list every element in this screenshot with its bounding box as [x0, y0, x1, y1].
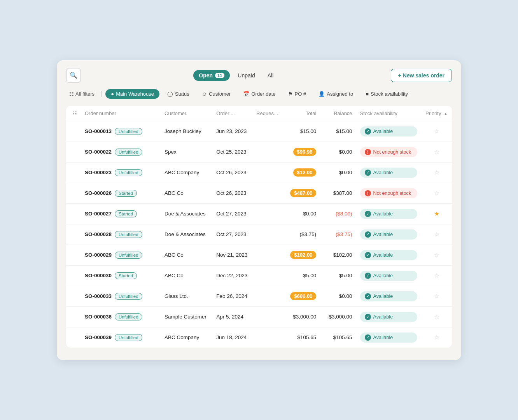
table-row[interactable]: SO-000023UnfulfilledABC CompanyOct 26, 2…	[66, 162, 452, 183]
priority-star[interactable]: ☆	[434, 252, 439, 258]
priority-star[interactable]: ☆	[434, 293, 439, 299]
warning-icon: !	[365, 190, 371, 196]
location-icon: ●	[111, 91, 114, 97]
all-filters-button[interactable]: ☷ All filters	[66, 89, 98, 98]
order-date-label: Order date	[251, 91, 275, 97]
tab-open[interactable]: Open 11	[193, 70, 230, 81]
priority-star[interactable]: ☆	[434, 190, 439, 196]
available-badge: ✓Available	[360, 168, 417, 178]
stock-cell: ✓Available	[356, 265, 421, 286]
customer-filter[interactable]: ☺ Customer	[197, 89, 236, 99]
available-badge: ✓Available	[360, 209, 417, 219]
order-number-cell: SO-000027Started	[81, 203, 161, 224]
col-stock[interactable]: Stock availability	[356, 106, 421, 121]
priority-star[interactable]: ☆	[434, 169, 439, 176]
main-warehouse-filter[interactable]: ● Main Warehouse	[105, 89, 159, 99]
customer-cell: Doe & Associates	[161, 224, 212, 245]
priority-cell: ☆	[421, 327, 452, 348]
available-label: Available	[373, 170, 393, 175]
col-customer[interactable]: Customer	[161, 106, 212, 121]
priority-star[interactable]: ☆	[434, 231, 439, 238]
order-date-filter[interactable]: 📅 Order date	[238, 89, 280, 99]
col-total[interactable]: Total	[284, 106, 320, 121]
priority-star[interactable]: ☆	[434, 313, 439, 320]
total-cell: $15.00	[284, 121, 320, 142]
request-date-cell	[252, 265, 284, 286]
col-priority[interactable]: Priority ▲	[421, 106, 452, 121]
priority-star[interactable]: ☆	[434, 272, 439, 279]
table-row[interactable]: SO-000039UnfulfilledABC CompanyJun 18, 2…	[66, 327, 452, 348]
stock-cell: ✓Available	[356, 203, 421, 224]
status-filter[interactable]: ◯ Status	[163, 89, 194, 99]
col-order-number[interactable]: Order number	[81, 106, 161, 121]
table-row[interactable]: SO-000029UnfulfilledABC CoNov 21, 2023$1…	[66, 245, 452, 265]
total-badge: $487.00	[290, 189, 316, 197]
order-id: SO-000036	[85, 314, 112, 320]
total-badge: $102.00	[290, 251, 316, 259]
warning-icon: !	[365, 149, 371, 155]
order-id: SO-000022	[85, 149, 112, 155]
status-badge: Started	[115, 272, 137, 279]
table-row[interactable]: SO-000027StartedDoe & AssociatesOct 27, …	[66, 203, 452, 224]
table-row[interactable]: SO-000026StartedABC CoOct 26, 2023$487.0…	[66, 183, 452, 203]
check-icon: ✓	[365, 334, 371, 341]
not-enough-badge: !Not enough stock	[360, 188, 417, 198]
customer-cell: ABC Company	[161, 162, 212, 183]
assigned-to-filter[interactable]: 👤 Assigned to	[314, 89, 358, 99]
total-badge: $99.98	[293, 148, 317, 156]
table-row[interactable]: SO-000022UnfulfilledSpexOct 25, 2023$99.…	[66, 142, 452, 162]
available-badge: ✓Available	[360, 332, 417, 343]
stock-cell: ✓Available	[356, 121, 421, 142]
balance-cell: $387.00	[320, 183, 356, 203]
order-date-cell: Nov 21, 2023	[212, 245, 252, 265]
search-button[interactable]: 🔍	[66, 68, 81, 83]
order-date-cell: Jun 18, 2024	[212, 327, 252, 348]
table-row[interactable]: SO-000030StartedABC CoDec 22, 2023$5.00$…	[66, 265, 452, 286]
request-date-cell	[252, 121, 284, 142]
not-enough-label: Not enough stock	[373, 191, 411, 196]
available-badge: ✓Available	[360, 229, 417, 240]
table-row[interactable]: SO-000013UnfulfilledJoseph BuckleyJun 23…	[66, 121, 452, 142]
po-icon: ⚑	[288, 91, 293, 97]
status-badge: Unfulfilled	[115, 231, 142, 238]
row-icon-cell	[66, 121, 81, 142]
status-badge: Unfulfilled	[115, 169, 142, 176]
orders-table-container: ☷ Order number Customer Order ... Reques…	[66, 106, 452, 348]
total-badge: $12.00	[293, 168, 317, 177]
po-filter[interactable]: ⚑ PO #	[284, 89, 311, 99]
tab-all[interactable]: All	[263, 70, 278, 81]
order-number-cell: SO-000036Unfulfilled	[81, 306, 161, 327]
balance-cell: $15.00	[320, 121, 356, 142]
tab-unpaid[interactable]: Unpaid	[233, 70, 259, 81]
balance-cell: $3,000.00	[320, 306, 356, 327]
col-request-date[interactable]: Reques...	[252, 106, 284, 121]
stock-availability-filter[interactable]: ■ Stock availability	[361, 89, 413, 99]
stock-cell: ✓Available	[356, 306, 421, 327]
available-badge: ✓Available	[360, 291, 417, 301]
table-row[interactable]: SO-000028UnfulfilledDoe & AssociatesOct …	[66, 224, 452, 245]
priority-cell: ☆	[421, 245, 452, 265]
order-date-cell: Dec 22, 2023	[212, 265, 252, 286]
new-sales-order-button[interactable]: + New sales order	[391, 69, 452, 82]
status-badge: Unfulfilled	[115, 252, 142, 259]
table-row[interactable]: SO-000036UnfulfilledSample CustomerApr 5…	[66, 306, 452, 327]
order-number-cell: SO-000029Unfulfilled	[81, 245, 161, 265]
row-icon-cell	[66, 183, 81, 203]
available-badge: ✓Available	[360, 250, 417, 260]
check-icon: ✓	[365, 314, 371, 320]
row-icon-cell	[66, 306, 81, 327]
priority-star[interactable]: ★	[434, 210, 439, 217]
available-label: Available	[373, 232, 393, 237]
total-cell: $5.00	[284, 265, 320, 286]
order-id: SO-000023	[85, 170, 112, 175]
col-balance[interactable]: Balance	[320, 106, 356, 121]
table-row[interactable]: SO-000033UnfulfilledGlass Ltd.Feb 26, 20…	[66, 286, 452, 306]
request-date-cell	[252, 286, 284, 306]
priority-star[interactable]: ☆	[434, 128, 439, 135]
priority-star[interactable]: ☆	[434, 149, 439, 155]
col-order-date[interactable]: Order ...	[212, 106, 252, 121]
status-badge: Unfulfilled	[115, 334, 142, 341]
status-badge: Started	[115, 190, 137, 197]
request-date-cell	[252, 203, 284, 224]
priority-star[interactable]: ☆	[434, 334, 439, 341]
